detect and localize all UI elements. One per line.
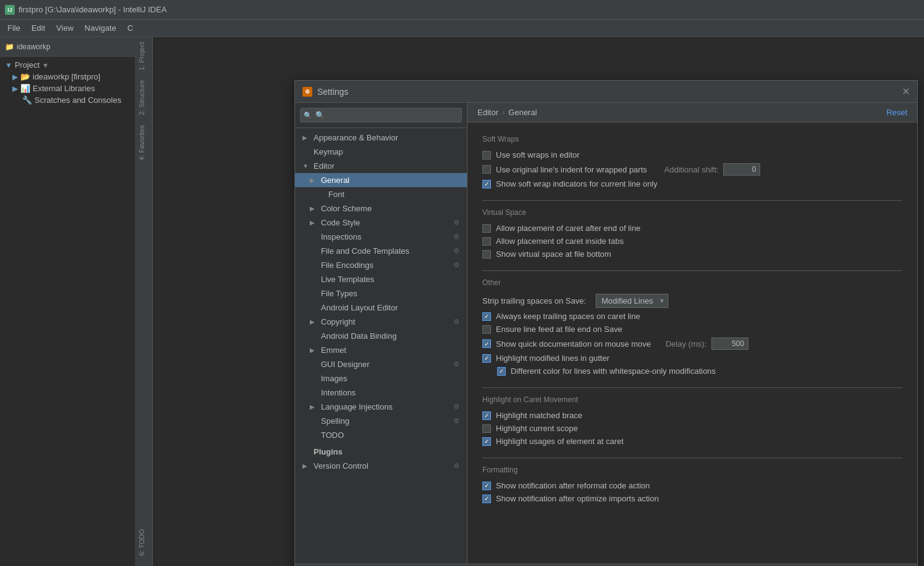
folder-icon-ideaworkp: 📂: [20, 72, 30, 81]
nav-label-live-templates: Live Templates: [321, 275, 374, 284]
nav-item-keymap[interactable]: Keymap: [295, 145, 467, 159]
chevron-icon: ▶: [12, 73, 18, 81]
checkbox-allow-caret-inside-tabs[interactable]: [482, 237, 491, 246]
label-allow-caret-inside-tabs: Allow placement of caret inside tabs: [496, 237, 623, 246]
soft-wraps-section: Soft Wraps Use soft wraps in editor Use …: [482, 135, 902, 190]
menu-edit[interactable]: Edit: [26, 21, 50, 35]
side-tab-project[interactable]: 1: Project: [136, 37, 152, 75]
menu-bar: File Edit View Navigate C: [0, 20, 924, 37]
expand-vc-icon: ▶: [302, 463, 310, 469]
nav-item-inspections[interactable]: Inspections ⚙: [295, 230, 467, 244]
checkbox-highlight-current-scope[interactable]: [482, 424, 491, 433]
label-show-reformat-notification: Show notification after reformat code ac…: [496, 481, 650, 490]
reset-link[interactable]: Reset: [886, 108, 907, 117]
nav-item-general[interactable]: ▶ General: [295, 173, 467, 187]
nav-item-lang-injections[interactable]: ▶ Language Injections ⚙: [295, 400, 467, 414]
checkbox-highlight-usages[interactable]: [482, 437, 491, 446]
tree-label-scratches: Scratches and Consoles: [34, 95, 121, 105]
nav-item-todo[interactable]: TODO: [295, 428, 467, 442]
tree-item-external-libs[interactable]: ▶ 📊 External Libraries: [0, 83, 135, 94]
nav-item-images[interactable]: Images: [295, 371, 467, 386]
nav-label-intentions: Intentions: [321, 388, 355, 397]
nav-item-file-code-templates[interactable]: File and Code Templates ⚙: [295, 244, 467, 258]
expand-code-style-icon: ▶: [310, 219, 317, 226]
checkbox-show-reformat-notification[interactable]: [482, 482, 491, 490]
nav-item-emmet[interactable]: ▶ Emmet: [295, 343, 467, 357]
label-highlight-modified-lines: Highlight modified lines in gutter: [496, 354, 609, 363]
checkbox-highlight-matched-brace[interactable]: [482, 411, 491, 420]
option-different-color-whitespace: Different color for lines with whitespac…: [482, 365, 902, 378]
option-show-quick-docs: Show quick documentation on mouse move D…: [482, 336, 902, 352]
dialog-close-button[interactable]: ✕: [902, 86, 910, 97]
side-tab-structure[interactable]: 2: Structure: [136, 75, 152, 120]
nav-item-spelling[interactable]: Spelling ⚙: [295, 414, 467, 428]
nav-item-intentions[interactable]: Intentions: [295, 386, 467, 400]
settings-search-input[interactable]: [300, 108, 462, 123]
nav-item-android-layout[interactable]: Android Layout Editor: [295, 301, 467, 315]
strip-trailing-dropdown[interactable]: None All Modified Lines: [596, 294, 668, 308]
option-keep-trailing-spaces: Always keep trailing spaces on caret lin…: [482, 310, 902, 323]
checkbox-keep-trailing-spaces[interactable]: [482, 312, 491, 321]
checkbox-highlight-modified-lines[interactable]: [482, 354, 491, 363]
menu-code[interactable]: C: [123, 21, 138, 35]
nav-item-appearance[interactable]: ▶ Appearance & Behavior: [295, 131, 467, 145]
strip-trailing-row: Strip trailing spaces on Save: None All …: [482, 292, 902, 310]
nav-item-android-data-binding[interactable]: Android Data Binding: [295, 329, 467, 343]
delay-input[interactable]: [711, 338, 748, 350]
nav-label-android-data-binding: Android Data Binding: [321, 331, 397, 341]
divider-4: [482, 458, 902, 458]
nav-item-copyright[interactable]: ▶ Copyright ⚙: [295, 315, 467, 329]
side-tab-todo[interactable]: 6: TODO: [136, 524, 148, 561]
other-title: Other: [482, 278, 902, 287]
checkbox-show-optimize-notification[interactable]: [482, 495, 491, 503]
tree-item-scratches[interactable]: 🔧 Scratches and Consoles: [0, 94, 135, 106]
virtual-space-section: Virtual Space Allow placement of caret a…: [482, 208, 902, 261]
menu-file[interactable]: File: [2, 21, 25, 35]
nav-label-emmet: Emmet: [321, 346, 346, 355]
option-use-original-indent: Use original line's indent for wrapped p…: [482, 161, 902, 177]
menu-navigate[interactable]: Navigate: [79, 21, 121, 35]
checkbox-show-virtual-space-bottom[interactable]: [482, 250, 491, 259]
formatting-section: Formatting Show notification after refor…: [482, 466, 902, 505]
option-show-optimize-notification: Show notification after optimize imports…: [482, 492, 902, 505]
app-icon: IJ: [5, 5, 15, 15]
dialog-overlay: ⚙ Settings ✕ 🔍: [288, 74, 924, 566]
nav-item-color-scheme[interactable]: ▶ Color Scheme: [295, 201, 467, 216]
nav-item-plugins[interactable]: Plugins: [295, 445, 467, 459]
soft-wraps-title: Soft Wraps: [482, 135, 902, 144]
nav-item-file-encodings[interactable]: File Encodings ⚙: [295, 258, 467, 272]
nav-item-live-templates[interactable]: Live Templates: [295, 272, 467, 286]
divider-3: [482, 387, 902, 388]
checkbox-ensure-line-feed[interactable]: [482, 325, 491, 334]
dialog-title-bar: ⚙ Settings ✕: [295, 81, 917, 103]
side-tab-favorites[interactable]: 4: Favorites: [136, 120, 152, 165]
tree-label-ideaworkp: ideaworkp [firstpro]: [33, 72, 100, 81]
nav-item-font[interactable]: Font: [295, 187, 467, 201]
option-allow-caret-after-end: Allow placement of caret after end of li…: [482, 222, 902, 235]
label-different-color-whitespace: Different color for lines with whitespac…: [511, 366, 716, 376]
breadcrumb-parent: Editor: [477, 108, 498, 117]
additional-shift-input[interactable]: [723, 163, 760, 176]
checkbox-show-quick-docs[interactable]: [482, 339, 491, 348]
checkbox-use-original-indent[interactable]: [482, 165, 491, 174]
checkbox-show-wrap-indicators[interactable]: [482, 180, 491, 188]
checkbox-different-color-whitespace[interactable]: [497, 367, 506, 376]
nav-label-general: General: [321, 176, 349, 185]
nav-item-code-style[interactable]: ▶ Code Style ⚙: [295, 216, 467, 230]
project-name: ideaworkp: [17, 42, 51, 51]
option-highlight-usages: Highlight usages of element at caret: [482, 435, 902, 448]
tree-item-project[interactable]: ▼ Project ▼: [0, 59, 135, 71]
checkbox-allow-caret-after-end[interactable]: [482, 224, 491, 233]
tree-item-ideaworkp[interactable]: ▶ 📂 ideaworkp [firstpro]: [0, 71, 135, 83]
label-highlight-matched-brace: Highlight matched brace: [496, 411, 582, 420]
label-show-quick-docs: Show quick documentation on mouse move: [496, 339, 650, 349]
nav-item-file-types[interactable]: File Types: [295, 286, 467, 301]
tree-label-ext-libs: External Libraries: [33, 84, 95, 93]
menu-view[interactable]: View: [51, 21, 78, 35]
expand-editor-icon: ▼: [302, 163, 310, 169]
nav-item-version-control[interactable]: ▶ Version Control ⚙: [295, 459, 467, 473]
nav-item-gui-designer[interactable]: GUI Designer ⚙: [295, 357, 467, 371]
option-show-reformat-notification: Show notification after reformat code ac…: [482, 479, 902, 492]
nav-item-editor[interactable]: ▼ Editor: [295, 159, 467, 173]
checkbox-use-soft-wraps[interactable]: [482, 151, 491, 160]
